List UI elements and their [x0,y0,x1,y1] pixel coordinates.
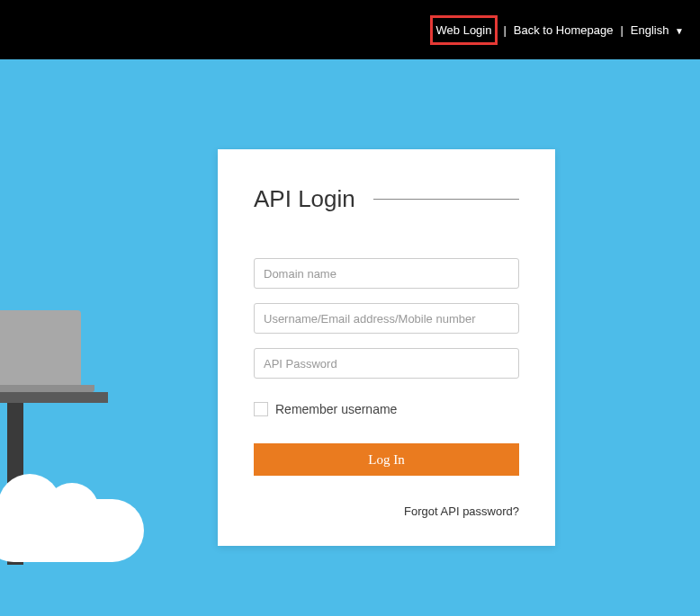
top-navigation-bar: Web Login | Back to Homepage | English ▼ [0,0,700,59]
page-title: API Login [254,185,355,213]
login-card: API Login Remember username Log In Forgo… [218,149,555,546]
card-header: API Login [254,185,519,213]
cloud-icon [0,499,144,562]
language-selector[interactable]: English ▼ [629,20,686,40]
forgot-password-link[interactable]: Forgot API password? [404,504,519,518]
title-divider [373,199,519,200]
separator: | [503,23,506,37]
remember-row: Remember username [254,402,519,416]
laptop-icon [0,310,81,387]
username-input[interactable] [254,303,519,334]
web-login-link[interactable]: Web Login [430,15,498,45]
background-illustration [0,238,162,562]
remember-checkbox[interactable] [254,402,268,416]
desk-icon [0,392,108,403]
domain-input[interactable] [254,258,519,289]
password-input[interactable] [254,348,519,379]
chevron-down-icon: ▼ [675,26,684,36]
laptop-base-icon [0,385,94,392]
main-content: API Login Remember username Log In Forgo… [0,59,700,616]
back-to-homepage-link[interactable]: Back to Homepage [512,20,615,40]
forgot-row: Forgot API password? [254,503,519,519]
remember-label: Remember username [275,402,397,416]
login-button[interactable]: Log In [254,443,519,476]
language-label: English [631,23,669,37]
topbar-links: Web Login | Back to Homepage | English ▼ [430,15,686,45]
separator: | [620,23,623,37]
